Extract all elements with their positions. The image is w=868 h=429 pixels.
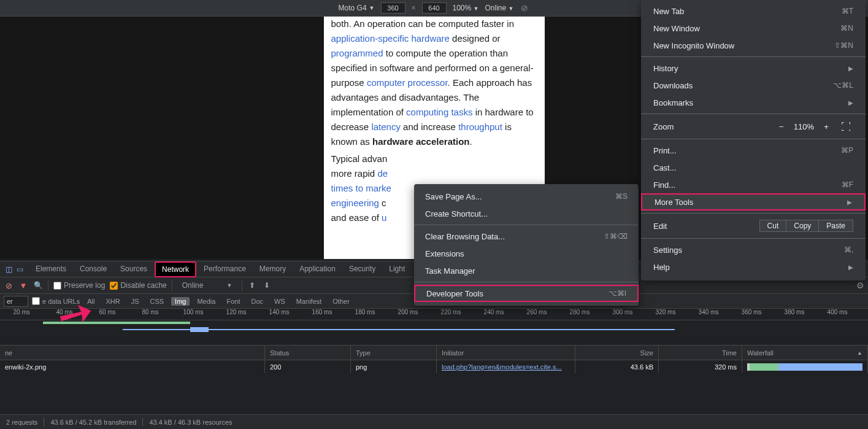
throttling-selector[interactable]: Online▼	[177, 281, 237, 290]
zoom-row: Zoom−110%+	[641, 117, 866, 136]
hide-data-urls[interactable]: e data URLs	[32, 297, 80, 305]
menu-item[interactable]: Settings⌘,	[641, 241, 866, 258]
filter-media[interactable]: Media	[193, 297, 219, 306]
fullscreen-button[interactable]	[839, 119, 853, 134]
submenu-item[interactable]: Clear Browsing Data...⇧⌘⌫	[414, 228, 639, 245]
throttle-selector[interactable]: Online ▼	[485, 4, 513, 12]
rotate-icon[interactable]: ⊘	[520, 3, 529, 13]
th-waterfall[interactable]: Waterfall▲	[742, 346, 868, 360]
network-timeline[interactable]: 20 ms40 ms60 ms80 ms100 ms120 ms140 ms16…	[0, 309, 868, 346]
menu-item[interactable]: Print...⌘P	[641, 142, 866, 159]
network-settings-icon[interactable]: ⚙	[856, 280, 864, 290]
more-tools-submenu: Save Page As...⌘SCreate Shortcut...Clear…	[414, 184, 639, 306]
filter-all[interactable]: All	[83, 297, 98, 306]
menu-item[interactable]: Help▶	[641, 258, 866, 276]
th-type[interactable]: Type	[351, 346, 437, 360]
upload-icon[interactable]: ⬆	[247, 280, 257, 290]
preserve-log-checkbox[interactable]: Preserve log	[53, 281, 105, 290]
edit-row: EditCutCopyPaste	[641, 216, 866, 236]
th-initiator[interactable]: Initiator	[437, 346, 575, 360]
submenu-item[interactable]: Save Page As...⌘S	[414, 188, 639, 205]
zoom-in-button[interactable]: +	[819, 119, 834, 134]
filter-icon[interactable]: ▼	[18, 280, 28, 290]
cut-button[interactable]: Cut	[759, 220, 787, 232]
filter-doc[interactable]: Doc	[247, 297, 267, 306]
filter-xhr[interactable]: XHR	[102, 297, 123, 306]
filter-js[interactable]: JS	[128, 297, 143, 306]
tab-sources[interactable]: Sources	[114, 261, 153, 277]
th-status[interactable]: Status	[265, 346, 351, 360]
menu-item[interactable]: Bookmarks▶	[641, 94, 866, 111]
submenu-item[interactable]: Developer Tools⌥⌘I	[414, 285, 639, 302]
tab-elements[interactable]: Elements	[29, 261, 72, 277]
menu-more-tools[interactable]: More Tools▶	[641, 193, 866, 211]
menu-item[interactable]: Downloads⌥⌘L	[641, 77, 866, 94]
filter-css[interactable]: CSS	[146, 297, 167, 306]
tab-memory[interactable]: Memory	[253, 261, 292, 277]
filter-img[interactable]: Img	[171, 297, 190, 306]
copy-button[interactable]: Copy	[786, 220, 819, 232]
th-time[interactable]: Time	[659, 346, 742, 360]
filter-other[interactable]: Other	[329, 297, 353, 306]
device-width-input[interactable]	[381, 2, 405, 14]
record-icon[interactable]: ⊘	[4, 280, 13, 290]
tab-console[interactable]: Console	[74, 261, 113, 277]
tab-lighthouse[interactable]: Light	[383, 261, 411, 277]
menu-item[interactable]: New Window⌘N	[641, 20, 866, 37]
filter-manifest[interactable]: Manifest	[293, 297, 326, 306]
disable-cache-checkbox[interactable]: Disable cache	[110, 281, 166, 290]
th-name[interactable]: ne	[0, 346, 265, 360]
tab-security[interactable]: Security	[343, 261, 382, 277]
network-status-bar: 2 requests 43.6 kB / 45.2 kB transferred…	[0, 414, 868, 429]
menu-item[interactable]: Cast...	[641, 159, 866, 176]
tab-performance[interactable]: Performance	[198, 261, 252, 277]
menu-item[interactable]: New Tab⌘T	[641, 2, 866, 20]
device-selector[interactable]: Moto G4 ▼	[339, 4, 375, 12]
menu-item[interactable]: New Incognito Window⇧⌘N	[641, 37, 866, 54]
paste-button[interactable]: Paste	[818, 220, 853, 232]
zoom-selector[interactable]: 100% ▼	[453, 4, 479, 12]
submenu-item[interactable]: Create Shortcut...	[414, 205, 639, 222]
download-icon[interactable]: ⬇	[262, 280, 272, 290]
status-transferred: 43.6 kB / 45.2 kB transferred	[50, 419, 136, 426]
browser-main-menu: New Tab⌘TNew Window⌘NNew Incognito Windo…	[641, 0, 866, 280]
zoom-out-button[interactable]: −	[774, 119, 789, 134]
search-icon[interactable]: 🔍	[33, 280, 43, 290]
menu-item[interactable]: History▶	[641, 60, 866, 77]
status-resources: 43.4 kB / 46.3 kB resources	[149, 419, 232, 426]
tab-network[interactable]: Network	[155, 261, 196, 277]
menu-item[interactable]: Find...⌘F	[641, 176, 866, 193]
submenu-item[interactable]: Extensions	[414, 245, 639, 262]
submenu-item[interactable]: Task Manager	[414, 262, 639, 279]
filter-ws[interactable]: WS	[271, 297, 289, 306]
device-height-input[interactable]	[422, 2, 447, 14]
filter-font[interactable]: Font	[223, 297, 244, 306]
status-requests: 2 requests	[6, 419, 37, 426]
filter-input[interactable]	[4, 296, 28, 307]
th-size[interactable]: Size	[575, 346, 659, 360]
tab-application[interactable]: Application	[293, 261, 342, 277]
table-row[interactable]: enwiki-2x.png 200 png load.php?lang=en&m…	[0, 360, 868, 373]
inspect-icon[interactable]: ◫	[4, 265, 13, 274]
device-toggle-icon[interactable]: ▭	[15, 265, 25, 274]
network-table: ne Status Type Initiator Size Time Water…	[0, 346, 868, 414]
